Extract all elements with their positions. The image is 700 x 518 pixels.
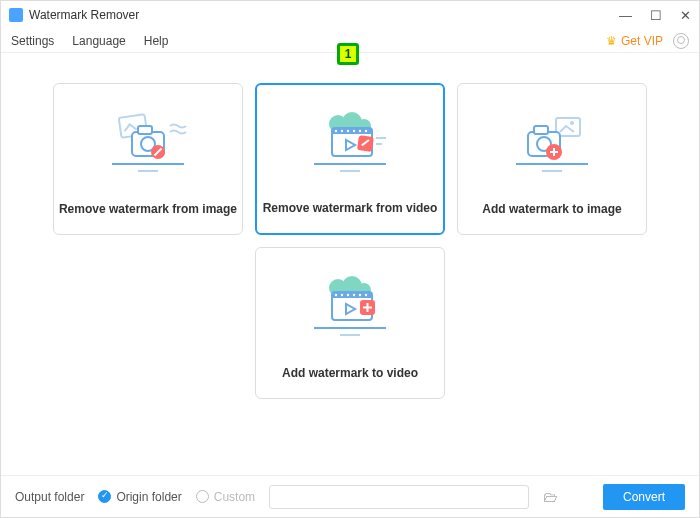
custom-path-input[interactable] — [269, 485, 529, 509]
card-add-watermark-video[interactable]: Add watermark to video — [255, 247, 445, 399]
svg-point-18 — [365, 130, 367, 132]
svg-point-16 — [353, 130, 355, 132]
svg-point-17 — [359, 130, 361, 132]
radio-origin-folder[interactable]: Origin folder — [98, 490, 181, 504]
illustration-add-image — [458, 84, 646, 202]
footer: Output folder Origin folder Custom 🗁 Con… — [1, 475, 699, 517]
menu-language[interactable]: Language — [72, 34, 125, 48]
svg-point-14 — [341, 130, 343, 132]
svg-point-15 — [347, 130, 349, 132]
illustration-remove-video — [257, 85, 443, 201]
svg-point-27 — [570, 121, 574, 125]
radio-dot-icon — [196, 490, 209, 503]
card-label: Add watermark to image — [482, 202, 621, 216]
card-label: Add watermark to video — [282, 366, 418, 380]
window-controls: — ☐ ✕ — [619, 8, 691, 23]
crown-icon: ♛ — [606, 34, 617, 48]
svg-point-43 — [347, 294, 349, 296]
get-vip-label: Get VIP — [621, 34, 663, 48]
svg-point-41 — [335, 294, 337, 296]
card-label: Remove watermark from video — [263, 201, 438, 215]
step-badge: 1 — [337, 43, 359, 65]
svg-point-42 — [341, 294, 343, 296]
get-vip-button[interactable]: ♛ Get VIP — [606, 34, 663, 48]
radio-dot-icon — [98, 490, 111, 503]
output-folder-label: Output folder — [15, 490, 84, 504]
illustration-remove-image — [54, 84, 242, 202]
user-icon[interactable] — [673, 33, 689, 49]
svg-point-46 — [365, 294, 367, 296]
card-add-watermark-image[interactable]: Add watermark to image — [457, 83, 647, 235]
menu-help[interactable]: Help — [144, 34, 169, 48]
svg-rect-50 — [363, 307, 372, 309]
svg-rect-33 — [550, 151, 558, 153]
svg-rect-29 — [534, 126, 548, 134]
radio-custom-label: Custom — [214, 490, 255, 504]
app-icon — [9, 8, 23, 22]
browse-folder-icon[interactable]: 🗁 — [543, 488, 558, 505]
illustration-add-video — [256, 248, 444, 366]
app-title: Watermark Remover — [29, 8, 139, 22]
close-button[interactable]: ✕ — [680, 8, 691, 23]
card-remove-watermark-image[interactable]: Remove watermark from image — [53, 83, 243, 235]
svg-rect-2 — [138, 126, 152, 134]
svg-point-45 — [359, 294, 361, 296]
convert-button[interactable]: Convert — [603, 484, 685, 510]
card-remove-watermark-video[interactable]: Remove watermark from video — [255, 83, 445, 235]
radio-custom[interactable]: Custom — [196, 490, 255, 504]
card-label: Remove watermark from image — [59, 202, 237, 216]
menu-settings[interactable]: Settings — [11, 34, 54, 48]
main-area: 1 Remove watermark from image — [1, 53, 699, 399]
svg-point-13 — [335, 130, 337, 132]
radio-origin-label: Origin folder — [116, 490, 181, 504]
minimize-button[interactable]: — — [619, 8, 632, 23]
maximize-button[interactable]: ☐ — [650, 8, 662, 23]
titlebar: Watermark Remover — ☐ ✕ — [1, 1, 699, 29]
svg-point-44 — [353, 294, 355, 296]
